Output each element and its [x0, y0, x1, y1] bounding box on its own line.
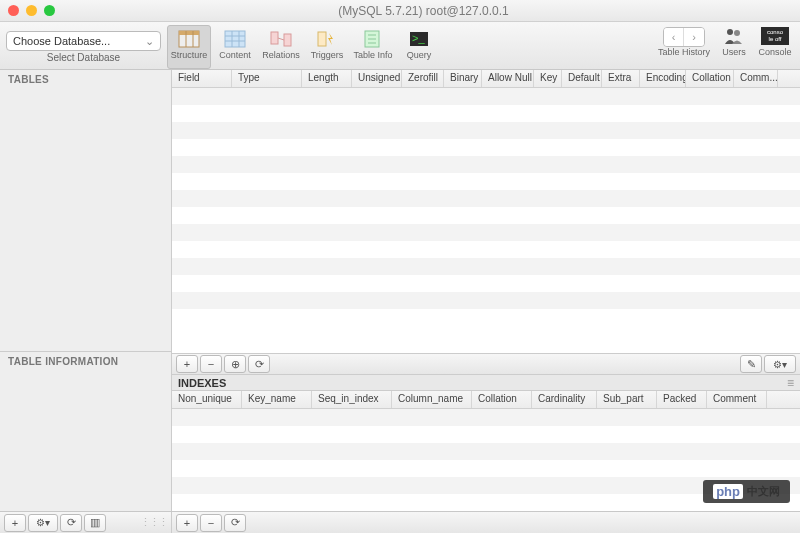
table-row[interactable] [172, 156, 800, 173]
field-col-key[interactable]: Key [534, 70, 562, 87]
window-controls [8, 5, 55, 16]
triggers-icon [313, 28, 341, 50]
users-button[interactable]: Users [718, 25, 750, 57]
tab-triggers[interactable]: Triggers [305, 25, 349, 69]
table-row[interactable] [172, 275, 800, 292]
add-index-button[interactable]: + [176, 514, 198, 532]
sidebar-tables-header: TABLES [0, 70, 171, 89]
field-col-comm...[interactable]: Comm... [734, 70, 778, 87]
zoom-icon[interactable] [44, 5, 55, 16]
svg-rect-10 [284, 34, 291, 46]
table-row[interactable] [172, 105, 800, 122]
refresh-indexes-button[interactable]: ⟳ [224, 514, 246, 532]
duplicate-field-button[interactable]: ⊕ [224, 355, 246, 373]
add-table-button[interactable]: + [4, 514, 26, 532]
chevron-updown-icon: ⌄ [145, 35, 154, 48]
index-col-non_unique[interactable]: Non_unique [172, 391, 242, 408]
relations-icon [267, 28, 295, 50]
field-col-length[interactable]: Length [302, 70, 352, 87]
field-col-allow null[interactable]: Allow Null [482, 70, 534, 87]
field-col-extra[interactable]: Extra [602, 70, 640, 87]
edit-button[interactable]: ✎ [740, 355, 762, 373]
svg-rect-9 [271, 32, 278, 44]
remove-index-button[interactable]: − [200, 514, 222, 532]
field-col-default[interactable]: Default [562, 70, 602, 87]
field-col-encoding[interactable]: Encoding [640, 70, 686, 87]
database-select[interactable]: Choose Database... ⌄ [6, 31, 161, 51]
tableinfo-icon [359, 28, 387, 50]
database-select-label: Choose Database... [13, 35, 110, 47]
index-col-packed[interactable]: Packed [657, 391, 707, 408]
tab-query[interactable]: >_ Query [397, 25, 441, 69]
console-button[interactable]: conso le off Console [756, 25, 794, 57]
history-forward-icon[interactable]: › [684, 28, 704, 46]
tables-actionbar: + ⚙▾ ⟳ ▥ ⋮⋮⋮ [0, 512, 172, 533]
resize-grip-icon[interactable]: ⋮⋮⋮ [140, 516, 167, 529]
svg-point-19 [727, 29, 733, 35]
field-col-zerofill[interactable]: Zerofill [402, 70, 444, 87]
index-col-column_name[interactable]: Column_name [392, 391, 472, 408]
field-col-binary[interactable]: Binary [444, 70, 482, 87]
table-row[interactable] [172, 292, 800, 309]
tables-list[interactable] [0, 89, 171, 351]
table-row[interactable] [172, 460, 800, 477]
table-row[interactable] [172, 443, 800, 460]
table-row[interactable] [172, 207, 800, 224]
field-col-field[interactable]: Field [172, 70, 232, 87]
table-row[interactable] [172, 88, 800, 105]
view-tabs: Structure Content Relations Triggers Tab… [167, 25, 441, 69]
close-icon[interactable] [8, 5, 19, 16]
field-col-collation[interactable]: Collation [686, 70, 734, 87]
hamburger-icon[interactable]: ≡ [787, 376, 794, 390]
table-gear-button[interactable]: ⚙▾ [28, 514, 58, 532]
fields-rows[interactable] [172, 88, 800, 353]
table-row[interactable] [172, 241, 800, 258]
sidebar: TABLES TABLE INFORMATION [0, 70, 172, 511]
index-col-comment[interactable]: Comment [707, 391, 767, 408]
fields-gear-button[interactable]: ⚙▾ [764, 355, 796, 373]
refresh-fields-button[interactable]: ⟳ [248, 355, 270, 373]
history-back-icon[interactable]: ‹ [664, 28, 684, 46]
svg-rect-1 [179, 31, 199, 35]
toggle-info-button[interactable]: ▥ [84, 514, 106, 532]
svg-rect-4 [225, 31, 245, 47]
table-info-panel [0, 371, 171, 511]
table-row[interactable] [172, 224, 800, 241]
right-tools: ‹ › Table History Users conso le off Con… [656, 25, 794, 69]
indexes-columns: Non_uniqueKey_nameSeq_in_indexColumn_nam… [172, 391, 800, 409]
tab-relations[interactable]: Relations [259, 25, 303, 69]
tab-structure[interactable]: Structure [167, 25, 211, 69]
index-col-sub_part[interactable]: Sub_part [597, 391, 657, 408]
table-row[interactable] [172, 258, 800, 275]
table-row[interactable] [172, 139, 800, 156]
index-col-collation[interactable]: Collation [472, 391, 532, 408]
query-icon: >_ [405, 28, 433, 50]
watermark: php 中文网 [703, 480, 790, 503]
table-row[interactable] [172, 122, 800, 139]
remove-field-button[interactable]: − [200, 355, 222, 373]
history-nav[interactable]: ‹ › [663, 27, 705, 47]
table-row[interactable] [172, 173, 800, 190]
svg-point-20 [734, 30, 740, 36]
content: FieldTypeLengthUnsignedZerofillBinaryAll… [172, 70, 800, 511]
field-col-unsigned[interactable]: Unsigned [352, 70, 402, 87]
tab-tableinfo[interactable]: Table Info [351, 25, 395, 69]
add-field-button[interactable]: + [176, 355, 198, 373]
index-col-seq_in_index[interactable]: Seq_in_index [312, 391, 392, 408]
content-icon [221, 28, 249, 50]
field-col-type[interactable]: Type [232, 70, 302, 87]
titlebar: (MySQL 5.7.21) root@127.0.0.1 [0, 0, 800, 22]
minimize-icon[interactable] [26, 5, 37, 16]
tab-content[interactable]: Content [213, 25, 257, 69]
index-col-cardinality[interactable]: Cardinality [532, 391, 597, 408]
users-icon [720, 25, 748, 47]
table-row[interactable] [172, 426, 800, 443]
table-row[interactable] [172, 190, 800, 207]
main: TABLES TABLE INFORMATION FieldTypeLength… [0, 70, 800, 511]
database-select-caption: Select Database [6, 52, 161, 63]
svg-line-11 [278, 38, 284, 40]
table-row[interactable] [172, 409, 800, 426]
refresh-tables-button[interactable]: ⟳ [60, 514, 82, 532]
index-col-key_name[interactable]: Key_name [242, 391, 312, 408]
structure-icon [175, 28, 203, 50]
